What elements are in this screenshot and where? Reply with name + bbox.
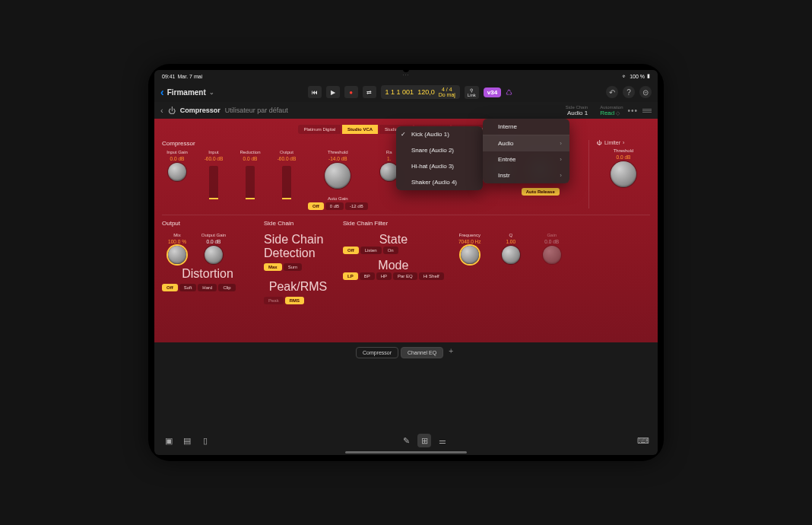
scf-gain-knob[interactable] xyxy=(543,246,561,264)
status-time: 09:41 xyxy=(162,74,176,79)
help-icon[interactable]: ? xyxy=(623,86,635,98)
cycle-button[interactable]: ⇄ xyxy=(363,86,376,98)
scf-hishelf[interactable]: Hi Shelf xyxy=(419,272,444,280)
sc-menu-snare[interactable]: Snare (Audio 2) xyxy=(396,142,483,158)
cat-menu-audio[interactable]: Audio› xyxy=(483,135,569,151)
sc-menu-shaker[interactable]: Shaker (Audio 4) xyxy=(396,174,483,190)
model-tab-platinum[interactable]: Platinum Digital xyxy=(298,125,341,134)
det-sum[interactable]: Sum xyxy=(284,263,302,271)
plugin-preset[interactable]: Utilisateur par défaut xyxy=(225,107,288,114)
scf-hp[interactable]: HP xyxy=(376,272,392,280)
keyboard-icon[interactable]: ⌨ xyxy=(636,434,650,447)
input-meter xyxy=(209,166,218,199)
scf-q-knob[interactable] xyxy=(502,246,520,264)
dist-soft[interactable]: Soft xyxy=(179,284,197,291)
scf-on[interactable]: On xyxy=(383,247,398,254)
plugin-view-icon[interactable]: ⊞ xyxy=(417,434,431,447)
back-button[interactable]: ‹ xyxy=(160,86,164,98)
limiter-threshold-knob[interactable] xyxy=(611,161,636,187)
go-to-start-button[interactable]: ⏮ xyxy=(308,86,322,98)
ipad-frame: ··· 09:41 Mar. 7 mai ᯤ 100 % ▮ ‹ Firmame… xyxy=(148,64,664,461)
lcd-bars: 1 1 1 001 xyxy=(385,88,414,96)
sidechain-track-menu: ✓Kick (Audio 1) Snare (Audio 2) Hi-hat (… xyxy=(396,126,483,190)
plugin-tab-add[interactable]: + xyxy=(446,347,456,358)
limiter-link[interactable]: ⏻ Limiter › xyxy=(597,140,650,145)
autogain-0db[interactable]: 0 dB xyxy=(325,202,344,210)
undo-icon[interactable]: ↶ xyxy=(606,86,618,98)
det-max[interactable]: Max xyxy=(264,263,282,271)
plugin-tab-eq[interactable]: Channel EQ xyxy=(401,347,443,358)
auto-release-button[interactable]: Auto Release xyxy=(522,188,560,196)
version-badge[interactable]: v34 xyxy=(484,88,501,97)
battery-icon: ▮ xyxy=(647,73,650,79)
autogain-12db[interactable]: -12 dB xyxy=(345,202,368,210)
sidechain-category-menu: Interne Audio› Entrée› Instr› xyxy=(483,119,569,183)
sc-menu-hihat[interactable]: Hi-hat (Audio 3) xyxy=(396,158,483,174)
view-mode-icon[interactable] xyxy=(642,109,652,113)
wifi-icon: ᯤ xyxy=(622,74,627,79)
sc-menu-kick[interactable]: ✓Kick (Audio 1) xyxy=(396,126,483,142)
screen: 09:41 Mar. 7 mai ᯤ 100 % ▮ ‹ Firmament ⌄… xyxy=(154,70,658,455)
scf-bp[interactable]: BP xyxy=(360,272,375,280)
dist-off[interactable]: Off xyxy=(162,284,178,291)
settings-icon[interactable]: ⊝ xyxy=(639,86,652,98)
scf-listen[interactable]: Listen xyxy=(360,247,382,254)
lcd-display[interactable]: 1 1 1 001 120,0 4 / 4 Do maj xyxy=(381,85,460,99)
plugin-tab-compressor[interactable]: Compressor xyxy=(356,347,398,358)
project-menu-chevron[interactable]: ⌄ xyxy=(209,89,214,96)
record-button[interactable]: ● xyxy=(344,86,358,98)
bottom-bar: ▣ ▤ ▯ ✎ ⊞ ⚌ ⌨ xyxy=(154,431,658,450)
autogain-off[interactable]: Off xyxy=(308,202,324,210)
scf-lp[interactable]: LP xyxy=(343,272,358,280)
plugin-tabs: Compressor Channel EQ + xyxy=(154,342,658,363)
link-button[interactable]: ⚲ Link xyxy=(465,86,479,99)
pencil-icon[interactable]: ✎ xyxy=(399,434,413,447)
more-menu-icon[interactable]: ••• xyxy=(627,107,638,115)
scf-off[interactable]: Off xyxy=(343,247,359,254)
scf-freq-knob[interactable] xyxy=(461,246,479,264)
plugin-power-button[interactable]: ⏻ xyxy=(168,107,176,115)
lcd-tempo: 120,0 xyxy=(417,88,435,96)
pr-rms[interactable]: RMS xyxy=(285,297,304,304)
reduction-meter xyxy=(246,166,255,199)
cat-menu-interne[interactable]: Interne xyxy=(483,119,569,135)
output-gain-knob[interactable] xyxy=(205,246,223,264)
tuning-icon[interactable]: ♺ xyxy=(506,88,512,97)
lcd-sig: 4 / 4 xyxy=(439,87,455,92)
home-indicator[interactable] xyxy=(345,451,467,453)
section-output-title: Output xyxy=(162,220,253,227)
view-library-icon[interactable]: ▯ xyxy=(198,434,212,447)
cat-menu-instr[interactable]: Instr› xyxy=(483,167,569,183)
plugin-name: Compressor xyxy=(180,107,220,114)
section-sidechain-title: Side Chain xyxy=(264,220,332,227)
threshold-knob[interactable] xyxy=(325,163,350,189)
lcd-key: Do maj xyxy=(439,92,455,97)
view-tracks-icon[interactable]: ▤ xyxy=(180,434,194,447)
model-tab-studio-vca[interactable]: Studio VCA xyxy=(342,125,378,134)
mix-knob[interactable] xyxy=(168,246,186,264)
plugin-body: Platinum Digital Studio VCA Studio FET C… xyxy=(154,119,658,342)
view-mixer-icon[interactable]: ▣ xyxy=(162,434,176,447)
plugin-header: ‹ ⏻ Compressor Utilisateur par défaut Si… xyxy=(154,102,658,119)
scf-pareq[interactable]: Par EQ xyxy=(393,272,417,280)
pr-peak[interactable]: Peak xyxy=(264,297,284,304)
automation-selector[interactable]: Automation Read ◇ xyxy=(600,105,623,116)
output-meter xyxy=(282,166,291,199)
section-scfilter-title: Side Chain Filter xyxy=(343,220,650,227)
sidechain-selector[interactable]: Side Chain Audio 1 xyxy=(566,105,588,116)
plugin-back-button[interactable]: ‹ xyxy=(160,106,163,115)
notch-dots: ··· xyxy=(403,72,410,78)
dist-clip[interactable]: Clip xyxy=(218,284,235,291)
play-button[interactable]: ▶ xyxy=(326,86,340,98)
sliders-icon[interactable]: ⚌ xyxy=(436,434,449,447)
cat-menu-entree[interactable]: Entrée› xyxy=(483,151,569,167)
transport-bar: ‹ Firmament ⌄ ⏮ ▶ ● ⇄ 1 1 1 001 120,0 4 … xyxy=(154,82,658,102)
project-name[interactable]: Firmament xyxy=(167,88,206,97)
input-gain-knob[interactable] xyxy=(168,163,186,181)
status-date: Mar. 7 mai xyxy=(178,74,203,79)
camera-notch xyxy=(403,66,409,72)
dist-hard[interactable]: Hard xyxy=(198,284,217,291)
battery-pct: 100 % xyxy=(630,74,645,79)
